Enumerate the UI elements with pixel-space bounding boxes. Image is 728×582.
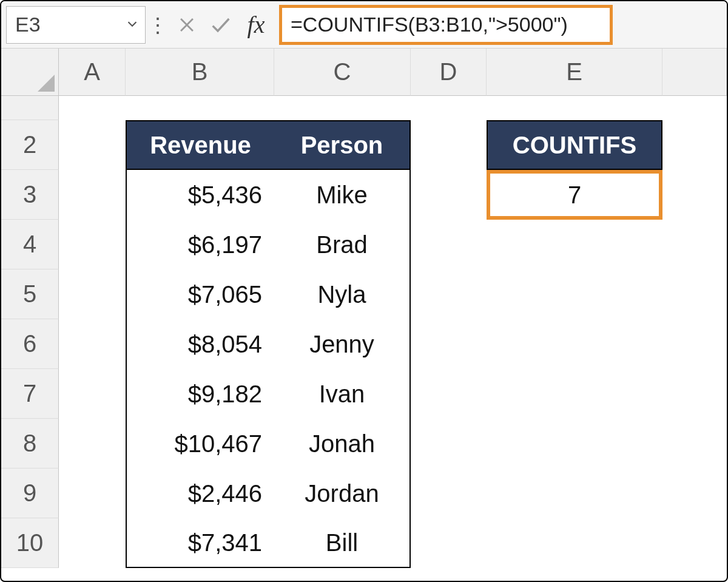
cancel-formula-button[interactable] <box>170 6 204 44</box>
cell-A3[interactable] <box>59 170 126 220</box>
col-header-rest <box>662 49 727 96</box>
col-header-C[interactable]: C <box>274 49 411 96</box>
cell-rest-4 <box>662 220 727 269</box>
cell-D6[interactable] <box>411 319 487 369</box>
cell-D9[interactable] <box>411 469 487 518</box>
cell-value: Mike <box>316 181 367 209</box>
cell-E3[interactable]: 7 <box>487 170 662 220</box>
cell-C8[interactable]: Jonah <box>274 419 411 469</box>
cell-C7[interactable]: Ivan <box>274 369 411 419</box>
row-header-8[interactable]: 8 <box>1 419 59 469</box>
row-label: 8 <box>23 430 36 457</box>
col-header-E[interactable]: E <box>487 49 662 96</box>
cell-D2[interactable] <box>411 120 487 170</box>
cell-E9[interactable] <box>487 469 662 518</box>
cell-B4[interactable]: $6,197 <box>126 220 274 269</box>
cell-C9[interactable]: Jordan <box>274 469 411 518</box>
cell-rest-6 <box>662 319 727 369</box>
row-label: 2 <box>23 131 36 158</box>
row-header-6[interactable]: 6 <box>1 319 59 369</box>
countifs-value: 7 <box>568 181 581 209</box>
cell-A7[interactable] <box>59 369 126 419</box>
cell-E2[interactable]: COUNTIFS <box>487 120 662 170</box>
cell-E7[interactable] <box>487 369 662 419</box>
cell-B5[interactable]: $7,065 <box>126 269 274 319</box>
cell-D7[interactable] <box>411 369 487 419</box>
fx-label: fx <box>248 10 265 39</box>
row-header-9[interactable]: 9 <box>1 469 59 518</box>
row-header-4[interactable]: 4 <box>1 220 59 269</box>
header-revenue: Revenue <box>150 132 251 159</box>
row-label: 3 <box>23 181 36 208</box>
formula-input[interactable] <box>282 8 610 42</box>
cell-A8[interactable] <box>59 419 126 469</box>
cell-B10[interactable]: $7,341 <box>126 518 274 568</box>
cell-B3[interactable]: $5,436 <box>126 170 274 220</box>
col-label: D <box>440 58 457 86</box>
cell-A6[interactable] <box>59 319 126 369</box>
col-header-B[interactable]: B <box>126 49 274 96</box>
cell-B8[interactable]: $10,467 <box>126 419 274 469</box>
cell-C5[interactable]: Nyla <box>274 269 411 319</box>
cell-value: $8,054 <box>188 331 262 358</box>
row-label: 9 <box>23 479 36 507</box>
name-box[interactable]: E3 <box>6 6 146 44</box>
row-label: 5 <box>23 280 36 308</box>
cell-value: $2,446 <box>188 480 262 507</box>
cell-B6[interactable]: $8,054 <box>126 319 274 369</box>
cell-D10[interactable] <box>411 518 487 568</box>
cell-A9[interactable] <box>59 469 126 518</box>
cell-value: $5,436 <box>188 181 262 209</box>
cell-A10[interactable] <box>59 518 126 568</box>
cell-E4[interactable] <box>487 220 662 269</box>
cell-C4[interactable]: Brad <box>274 220 411 269</box>
row-header-5[interactable]: 5 <box>1 269 59 319</box>
row-label: 4 <box>23 231 36 258</box>
cell-C3[interactable]: Mike <box>274 170 411 220</box>
cell-E8[interactable] <box>487 419 662 469</box>
more-icon[interactable]: ⋮ <box>146 13 170 37</box>
col-label: B <box>192 58 208 86</box>
cell-value: $7,065 <box>188 281 262 308</box>
row-label: 10 <box>16 529 44 557</box>
cell-A2[interactable] <box>59 120 126 170</box>
cell-C2[interactable]: Person <box>274 120 411 170</box>
chevron-down-icon[interactable] <box>124 13 140 36</box>
row1-strip <box>59 96 727 120</box>
cell-value: Jordan <box>305 480 379 507</box>
cell-value: $10,467 <box>174 430 262 458</box>
accept-formula-button[interactable] <box>204 6 238 44</box>
row-header-3[interactable]: 3 <box>1 170 59 220</box>
col-label: C <box>334 58 351 86</box>
row-header-7[interactable]: 7 <box>1 369 59 419</box>
app-frame: E3 ⋮ fx A B C D E 2 R <box>0 0 728 582</box>
cell-value: Nyla <box>317 281 366 308</box>
cell-E5[interactable] <box>487 269 662 319</box>
cell-D4[interactable] <box>411 220 487 269</box>
row-header-1[interactable] <box>1 96 59 120</box>
cell-C10[interactable]: Bill <box>274 518 411 568</box>
cell-rest-10 <box>662 518 727 568</box>
col-label: A <box>84 58 100 86</box>
cell-A5[interactable] <box>59 269 126 319</box>
col-header-A[interactable]: A <box>59 49 126 96</box>
cell-C6[interactable]: Jenny <box>274 319 411 369</box>
row-header-2[interactable]: 2 <box>1 120 59 170</box>
col-header-D[interactable]: D <box>411 49 487 96</box>
cell-E10[interactable] <box>487 518 662 568</box>
cell-rest-5 <box>662 269 727 319</box>
cell-B9[interactable]: $2,446 <box>126 469 274 518</box>
cell-D8[interactable] <box>411 419 487 469</box>
cell-value: Brad <box>316 231 368 259</box>
cell-E6[interactable] <box>487 319 662 369</box>
cell-B2[interactable]: Revenue <box>126 120 274 170</box>
cell-A4[interactable] <box>59 220 126 269</box>
row-header-10[interactable]: 10 <box>1 518 59 568</box>
spreadsheet-grid[interactable]: A B C D E 2 Revenue Person COUNTIFS 3 $5… <box>1 49 727 568</box>
cell-B7[interactable]: $9,182 <box>126 369 274 419</box>
cell-rest-9 <box>662 469 727 518</box>
cell-D3[interactable] <box>411 170 487 220</box>
select-all-triangle[interactable] <box>1 49 59 96</box>
insert-function-button[interactable]: fx <box>238 6 274 44</box>
cell-D5[interactable] <box>411 269 487 319</box>
